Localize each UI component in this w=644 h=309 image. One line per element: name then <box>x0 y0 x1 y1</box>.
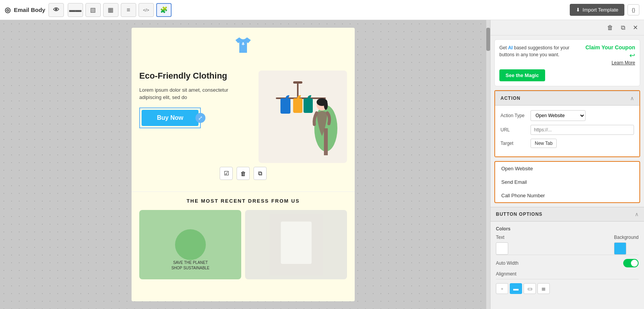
align-center-btn[interactable]: ▬ <box>510 283 522 294</box>
svg-point-13 <box>175 229 206 260</box>
product-row: Eco-Friendly Clothing Lorem ipsum dolor … <box>139 71 347 163</box>
canvas-scrollbar[interactable] <box>486 20 490 309</box>
align-justify-btn[interactable]: ≣ <box>537 283 550 294</box>
target-label: Target <box>501 141 527 146</box>
align-right-btn[interactable]: ▭ <box>524 283 536 294</box>
svg-rect-6 <box>280 98 290 114</box>
see-magic-button[interactable]: See the Magic <box>499 69 545 81</box>
ai-text: Get AI based suggestions for your button… <box>499 44 582 58</box>
ai-suggestion-box: Get AI based suggestions for your button… <box>494 39 640 86</box>
button-options-header[interactable]: BUTTON OPTIONS ∧ <box>491 207 644 222</box>
color-row: Text Background <box>496 235 639 255</box>
toolbar-title: ◎ Email Body 👁 <box>5 3 64 17</box>
auto-width-toggle[interactable] <box>623 259 639 267</box>
text-color-col: Text <box>496 235 508 255</box>
target-row: Target New Tab <box>501 139 634 148</box>
panel-copy-button[interactable]: ⧉ <box>619 24 627 32</box>
plugin-btn[interactable]: 🧩 <box>156 3 172 17</box>
toolbar-right: ⬇ Import Template {} <box>570 4 639 16</box>
action-type-row: Action Type Open Website Send Email Call… <box>501 110 634 121</box>
dropdown-open-website[interactable]: Open Website <box>495 162 639 175</box>
action-collapse-icon: ∧ <box>630 95 634 101</box>
layout-4-btn[interactable]: ≡ <box>121 3 136 17</box>
eye-icon-btn[interactable]: 👁 <box>48 3 64 17</box>
action-section-content: Action Type Open Website Send Email Call… <box>495 106 639 156</box>
product-section: Eco-Friendly Clothing Lorem ipsum dolor … <box>132 67 355 188</box>
email-canvas: Eco-Friendly Clothing Lorem ipsum dolor … <box>132 28 355 301</box>
toggle-knob <box>631 260 638 267</box>
target-value: New Tab <box>531 139 557 148</box>
buy-now-button[interactable]: Buy Now <box>142 110 199 126</box>
product-grid: 🌿 SAVE THE PLANET SHOP SUSTAINABLE 🌱 <box>132 210 355 287</box>
duplicate-button[interactable]: ⧉ <box>254 167 267 180</box>
import-template-button[interactable]: ⬇ Import Template <box>570 4 624 16</box>
layout-3-icon: ▦ <box>108 6 113 13</box>
scrollbar-thumb[interactable] <box>486 28 490 51</box>
alignment-row: ▫ ▬ ▭ ≣ <box>496 279 639 294</box>
title-text: Email Body <box>14 7 45 13</box>
product-title: Eco-Friendly Clothing <box>139 71 251 82</box>
import-icon: ⬇ <box>576 7 580 13</box>
dropdown-call-phone[interactable]: Call Phone Number <box>495 189 639 202</box>
panel-close-button[interactable]: ✕ <box>631 23 640 32</box>
toolbar-left: ◎ Email Body 👁 ▬▬ ▧ ▦ ≡ </> 🧩 <box>5 3 172 17</box>
button-options-collapse: ∧ <box>635 211 639 217</box>
auto-width-label: Auto Width <box>496 260 519 266</box>
url-input[interactable] <box>531 125 634 135</box>
layout-3-btn[interactable]: ▦ <box>103 3 118 17</box>
curly-braces-button[interactable]: {} <box>627 4 639 15</box>
code-btn[interactable]: </> <box>138 3 154 17</box>
bg-color-swatch[interactable] <box>614 242 626 255</box>
text-color-label: Text <box>496 235 508 240</box>
bg-color-col: Background <box>614 235 639 255</box>
action-type-dropdown[interactable]: Open Website Send Email Call Phone Numbe… <box>494 161 640 203</box>
main-area: Eco-Friendly Clothing Lorem ipsum dolor … <box>0 20 644 309</box>
svg-text:SHOP SUSTAINABLE: SHOP SUSTAINABLE <box>171 266 209 270</box>
svg-rect-2 <box>324 128 328 155</box>
action-type-select[interactable]: Open Website Send Email Call Phone Numbe… <box>531 110 586 121</box>
product-card-2: 🌱 <box>245 210 347 279</box>
circle-icon: ◎ <box>5 6 11 14</box>
learn-more-link[interactable]: Learn More <box>612 60 635 65</box>
svg-rect-7 <box>293 98 302 113</box>
eye-icon: 👁 <box>53 7 59 13</box>
ai-prefix: Get <box>499 45 508 50</box>
action-type-label: Action Type <box>501 113 527 118</box>
action-section-container: ACTION ∧ Action Type Open Website Send E… <box>494 90 640 157</box>
action-section-header[interactable]: ACTION ∧ <box>495 91 639 106</box>
resize-handle[interactable]: ⤢ <box>195 113 205 123</box>
ai-label: AI <box>508 45 513 50</box>
product-image <box>259 71 347 163</box>
alignment-label: Alignment <box>496 271 639 277</box>
alignment-section: Alignment ▫ ▬ ▭ ≣ <box>496 271 639 294</box>
ai-promo: Claim Your Coupon ↩ Learn More <box>586 44 635 65</box>
text-color-swatch[interactable] <box>496 242 508 255</box>
layout-4-icon: ≡ <box>127 7 130 13</box>
panel-trash-button[interactable]: 🗑 <box>605 24 616 32</box>
dropdown-send-email[interactable]: Send Email <box>495 175 639 189</box>
svg-rect-18 <box>281 222 312 264</box>
email-footer-text: THE MOST RECENT DRESS FROM US <box>132 191 355 210</box>
layout-1-icon: ▬▬ <box>69 7 82 13</box>
svg-text:SAVE THE PLANET: SAVE THE PLANET <box>173 260 207 265</box>
ai-box-bottom: See the Magic <box>499 69 635 81</box>
layout-2-btn[interactable]: ▧ <box>85 3 101 17</box>
layout-1-btn[interactable]: ▬▬ <box>68 3 83 17</box>
email-header <box>132 28 355 67</box>
colors-label: Colors <box>496 226 639 232</box>
panel-topbar: 🗑 ⧉ ✕ <box>491 20 644 35</box>
auto-width-row: Auto Width <box>496 255 639 271</box>
product-text: Eco-Friendly Clothing Lorem ipsum dolor … <box>139 71 251 128</box>
claim-coupon-link[interactable]: Claim Your Coupon <box>586 44 635 50</box>
buy-now-wrapper: Buy Now ⤢ <box>139 107 201 128</box>
button-options-content: Colors Text Background Auto Width Alignm <box>491 222 644 299</box>
delete-button[interactable]: 🗑 <box>237 167 250 180</box>
bg-color-label: Background <box>614 235 639 240</box>
svg-rect-5 <box>293 81 302 84</box>
canvas-wrapper[interactable]: Eco-Friendly Clothing Lorem ipsum dolor … <box>0 20 486 309</box>
import-label: Import Template <box>582 7 618 13</box>
action-section-title: ACTION <box>501 96 521 101</box>
plugin-icon: 🧩 <box>160 6 168 13</box>
align-left-btn[interactable]: ▫ <box>496 283 508 294</box>
check-button[interactable]: ☑ <box>220 167 233 180</box>
